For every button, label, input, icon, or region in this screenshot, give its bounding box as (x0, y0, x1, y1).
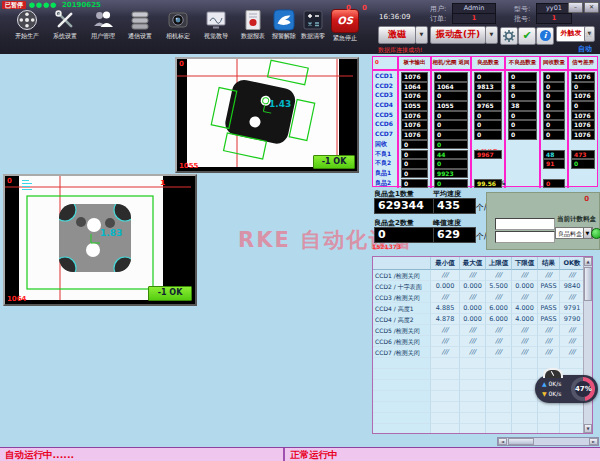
current-box-panel: 0 当前计数料盒 良品料盒1 ▼ (486, 192, 600, 250)
count-input-1[interactable] (495, 218, 555, 230)
results-cell: /// (512, 347, 538, 358)
stats-header-cell: 板卡输出 (399, 57, 432, 69)
results-cell: /// (460, 336, 486, 347)
scrollbar-thumb[interactable] (584, 267, 592, 301)
results-row-label: CCD2 / 十字表面 (373, 281, 431, 292)
toolbar-button-emergency-stop[interactable]: OS 紧急停止 (327, 9, 363, 53)
results-cell: /// (460, 347, 486, 358)
trigger-select[interactable]: 外触发 (556, 26, 586, 42)
toolbar-button-label: 数据清零 (295, 32, 331, 41)
results-row: CCD4 / 高度14.8850.0006.0004.000PASS9791 (373, 303, 592, 314)
results-cell: /// (486, 270, 512, 281)
info-button[interactable]: i (536, 27, 554, 45)
stats-header-cell: 信号差异 (569, 57, 597, 69)
stats-cell: 0 (399, 178, 432, 189)
toolbar-button-comm-settings[interactable]: 通信设置 (122, 9, 158, 53)
stats-table-body: CCD1107600001076CCD2106410649813800CCD31… (373, 71, 597, 187)
upload-speed: 0K/s (549, 380, 562, 387)
results-row-label: CCD4 / 高度1 (373, 303, 431, 314)
demagnetize-button[interactable]: 激磁 (378, 26, 416, 44)
status-badge: 已暂停 (2, 1, 26, 9)
results-cell: /// (431, 347, 460, 358)
results-cell: 4.000 (512, 314, 538, 325)
stop-icon: OS (331, 9, 359, 33)
counter-b: 0 (362, 4, 367, 12)
camera-view-left: 1.83 0 1 1064 -1 OK (3, 174, 197, 306)
stats-row-label: 良品2 (373, 178, 399, 189)
close-button[interactable]: ✕ (584, 2, 599, 13)
results-row: CCD5 /检测关闭////////////////// (373, 325, 592, 336)
panel-flag: 0 (584, 195, 589, 203)
results-cell: /// (538, 270, 560, 281)
results-empty-row (373, 424, 592, 434)
clock-label: 16:36:09 (379, 13, 410, 21)
floating-monitor-widget[interactable]: ▲ 0K/s ▼ 0K/s 47% (535, 375, 598, 403)
minimize-button[interactable]: – (568, 2, 583, 13)
results-cell: 0.000 (460, 314, 486, 325)
camera-top-image: 1.43 (177, 59, 353, 167)
vibrator-button[interactable]: 振动盘(开) (430, 26, 486, 44)
results-row: CCD7 /检测关闭////////////////// (373, 347, 592, 358)
close-icon: ✕ (589, 3, 594, 10)
results-cell: 9840 (560, 281, 585, 292)
results-cell: /// (460, 325, 486, 336)
results-header-cell: 上限值 (486, 257, 512, 270)
camera-index-top: 0 (7, 177, 12, 185)
toolbar-button-camera-calibration[interactable]: 相机标定 (160, 9, 196, 53)
scroll-right-button[interactable]: ► (589, 438, 598, 445)
vertical-scrollbar[interactable]: ▲ ▼ (583, 257, 592, 433)
results-cell: /// (486, 347, 512, 358)
stats-row: CCD41055105597653800 (373, 100, 597, 110)
horizontal-scrollbar[interactable]: ◄ ► (497, 437, 599, 446)
results-cell: /// (512, 270, 538, 281)
toolbar-button-label: 系统设置 (47, 32, 83, 41)
stats-row: 不良1044996748473 (373, 149, 597, 159)
batch-label: 批号: (514, 14, 530, 24)
count-input-2[interactable] (495, 231, 555, 243)
settings-gear-button[interactable] (500, 27, 518, 45)
stats-cell: 0 (432, 178, 472, 189)
arrow-left-icon: ◄ (501, 439, 504, 444)
measure-value-top: 1.43 (269, 99, 291, 109)
stats-cell: 99.56% (472, 178, 506, 189)
toolbar-button-label: 通信设置 (122, 32, 158, 41)
toolbar-button-start-production[interactable]: 开始生产 (9, 9, 45, 53)
toolbar-button-label: 用户管理 (85, 32, 121, 41)
results-cell: /// (560, 292, 585, 303)
toolbar-button-data-clear[interactable]: 数据清零 (295, 9, 331, 53)
results-row: CCD1 /检测关闭////////////////// (373, 270, 592, 281)
demagnetize-dropdown-button[interactable]: ▼ (415, 26, 428, 44)
toolbar-button-system-settings[interactable]: 系统设置 (47, 9, 83, 53)
arrow-right-icon: ► (592, 439, 595, 444)
toolbar-button-vision-teaching[interactable]: 视觉教导 (198, 9, 234, 53)
results-header-cell: 结果 (538, 257, 560, 270)
status-led (591, 228, 600, 239)
toolbar-button-user-management[interactable]: 用户管理 (85, 9, 121, 53)
results-row: CCD4 / 高度24.8780.0006.0004.000PASS9790 (373, 314, 592, 325)
confirm-check-button[interactable]: ✔ (518, 27, 536, 45)
results-header-cell: OK数 (560, 257, 585, 270)
stats-value: 0 (543, 179, 565, 189)
results-row: CCD3 /检测关闭////////////////// (373, 292, 592, 303)
stats-cell (506, 178, 541, 189)
results-cell: /// (538, 347, 560, 358)
scrollbar-thumb[interactable] (508, 438, 534, 445)
results-cell: 4.885 (431, 303, 460, 314)
batch-value-field: 1 (536, 13, 572, 24)
scroll-up-button[interactable]: ▲ (584, 257, 592, 266)
stats-value: 0 (434, 179, 468, 189)
usage-percent: 47% (575, 381, 591, 397)
results-cell: 6.000 (486, 303, 512, 314)
stats-corner: 0 (373, 57, 399, 69)
vibrator-dropdown-button[interactable]: ▼ (485, 26, 498, 44)
box1-count-value: 629344 (374, 198, 434, 214)
scroll-left-button[interactable]: ◄ (498, 438, 507, 445)
stats-row: CCD1107600001076 (373, 71, 597, 81)
scroll-down-button[interactable]: ▼ (584, 424, 592, 433)
stats-header-cell: 不良品数量 (506, 57, 541, 69)
tools-icon (54, 9, 76, 31)
box2-count-value: 0 (374, 227, 434, 243)
model-label: 型号: (514, 4, 530, 14)
results-cell: /// (538, 325, 560, 336)
results-row: CCD2 / 十字表面0.0000.0005.5000.000PASS9840 (373, 281, 592, 292)
